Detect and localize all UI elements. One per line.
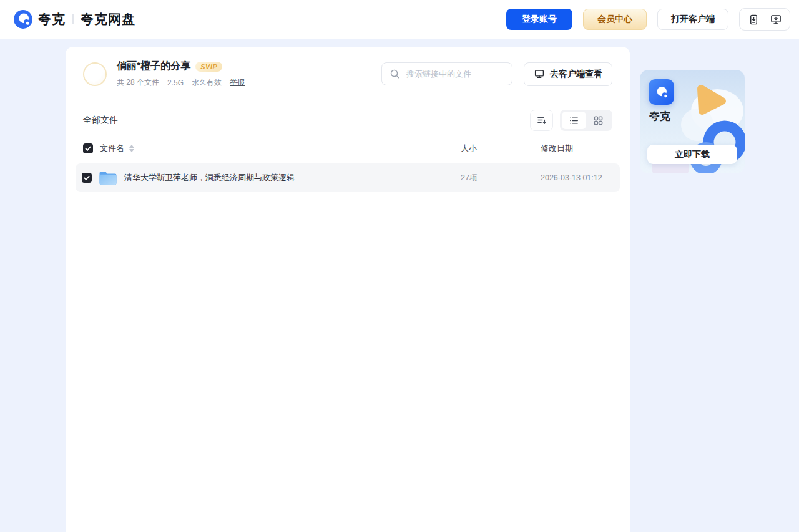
brand-divider <box>72 14 74 24</box>
share-content-card: 俏丽*橙子的分享 SVIP 共 28 个文件 2.5G 永久有效 举报 <box>66 47 630 532</box>
quark-logo-icon <box>14 10 32 29</box>
date-column-header: 修改日期 <box>541 143 612 154</box>
membership-button[interactable]: 会员中心 <box>583 9 647 30</box>
grid-view-icon <box>593 115 604 126</box>
file-table-header: 文件名 大小 修改日期 <box>66 137 630 160</box>
select-all-checkbox[interactable] <box>83 143 93 153</box>
size-column-header: 大小 <box>461 143 541 154</box>
sort-icon <box>536 115 547 126</box>
header-actions: 登录账号 会员中心 打开客户端 <box>506 8 790 31</box>
search-input[interactable] <box>405 69 504 79</box>
search-box <box>381 62 512 85</box>
row-checkbox[interactable] <box>82 173 92 183</box>
quark-app-icon <box>649 79 674 105</box>
svip-badge: SVIP <box>195 62 222 72</box>
mobile-download-icon[interactable] <box>747 13 760 26</box>
report-link[interactable]: 举报 <box>230 77 245 88</box>
sort-button[interactable] <box>530 110 553 131</box>
file-date: 2026-03-13 01:12 <box>541 173 612 182</box>
name-sort-icon[interactable] <box>129 145 134 152</box>
view-in-client-label: 去客户端查看 <box>550 69 602 80</box>
file-size: 27项 <box>461 173 541 183</box>
folder-icon <box>99 170 117 186</box>
top-header: 夸克 夸克网盘 登录账号 会员中心 打开客户端 <box>0 0 799 39</box>
list-view-button[interactable] <box>562 112 586 129</box>
view-in-client-button[interactable]: 去客户端查看 <box>524 62 612 86</box>
monitor-icon <box>534 69 545 79</box>
file-row[interactable]: 清华大学靳卫萍老师，洞悉经济周期与政策逻辑 27项 2026-03-13 01:… <box>76 163 620 192</box>
main-area: 俏丽*橙子的分享 SVIP 共 28 个文件 2.5G 永久有效 举报 <box>0 39 799 532</box>
name-column-header[interactable]: 文件名 <box>100 143 124 154</box>
brand-logo-group: 夸克 夸克网盘 <box>14 10 135 29</box>
files-section-row: 全部文件 <box>66 100 630 137</box>
download-apps-group <box>739 8 790 31</box>
share-file-summary: 共 28 个文件 <box>117 77 159 88</box>
share-meta: 共 28 个文件 2.5G 永久有效 举报 <box>117 77 245 88</box>
share-validity: 永久有效 <box>192 77 222 88</box>
search-icon <box>390 69 400 79</box>
share-title: 俏丽*橙子的分享 <box>117 60 190 73</box>
share-info: 俏丽*橙子的分享 SVIP 共 28 个文件 2.5G 永久有效 举报 <box>117 60 245 88</box>
download-now-button[interactable]: 立即下载 <box>647 145 737 164</box>
list-view-icon <box>569 115 579 126</box>
login-button[interactable]: 登录账号 <box>506 9 572 30</box>
files-section-title: 全部文件 <box>83 115 118 126</box>
promo-app-name: 夸克 <box>649 109 670 123</box>
grid-view-button[interactable] <box>586 112 610 129</box>
product-name: 夸克网盘 <box>81 11 135 28</box>
file-name: 清华大学靳卫萍老师，洞悉经济周期与政策逻辑 <box>124 172 295 183</box>
view-controls <box>530 110 612 131</box>
brand-name: 夸克 <box>38 11 66 28</box>
open-client-button[interactable]: 打开客户端 <box>657 9 728 30</box>
share-total-size: 2.5G <box>167 79 184 87</box>
share-header: 俏丽*橙子的分享 SVIP 共 28 个文件 2.5G 永久有效 举报 <box>66 47 630 100</box>
avatar <box>83 62 107 86</box>
app-promo-card: 夸克 立即下载 <box>640 70 745 173</box>
view-toggle <box>560 110 612 131</box>
desktop-download-icon[interactable] <box>770 13 782 26</box>
